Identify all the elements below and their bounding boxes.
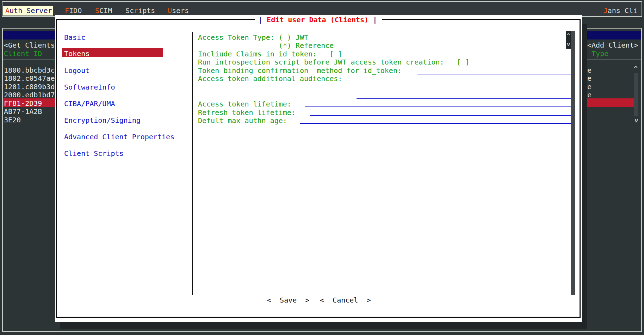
menu-item-auth-server[interactable]: Auth Server — [3, 6, 53, 16]
nav-form-divider — [192, 32, 193, 295]
nav-item-ciba-par-uma[interactable]: CIBA/PAR/UMA — [64, 99, 115, 108]
client-row[interactable]: 1201.c889b3d — [4, 83, 55, 91]
input-refresh-token-lifetime[interactable] — [310, 115, 571, 116]
menu-item-scripts[interactable]: Scripts — [125, 6, 155, 15]
clients-scrollbar-thumb[interactable] — [634, 73, 638, 116]
nav-item-basic[interactable]: Basic — [64, 33, 85, 42]
terminal-screen: { "topbar": { "items": [ { "pre": "", "a… — [0, 0, 644, 335]
scroll-up-icon[interactable]: ^ — [634, 64, 638, 73]
nav-item-logout[interactable]: Logout — [64, 66, 89, 75]
save-button[interactable]: < Save > — [267, 296, 309, 304]
nav-item-advanced-client-properties[interactable]: Advanced Client Properties — [64, 133, 174, 141]
scroll-down-icon[interactable]: v — [566, 40, 571, 49]
dialog-border-top-right — [382, 19, 581, 20]
menu-label: CIM — [99, 6, 112, 15]
label-access-token-additional-audiences: Access token additional audiences: — [198, 74, 342, 83]
top-menu-bar: Auth Server FIDO SCIM Scripts Users Jans… — [2, 1, 642, 17]
app-title-rest: ans Cli — [608, 6, 637, 15]
menu-accent-letter: r — [134, 6, 138, 15]
dialog-border-left — [56, 19, 57, 318]
dialog-title: | Edit user Data (Clients) | — [258, 16, 377, 24]
nav-item-client-scripts[interactable]: Client Scripts — [64, 149, 124, 158]
dialog-border-top-left — [57, 19, 255, 20]
add-client-button[interactable]: <Add Client> — [587, 41, 638, 49]
input-default-max-authn-age[interactable] — [300, 123, 571, 124]
menu-accent-letter: F — [65, 6, 69, 15]
client-id-column-header: Client ID — [4, 49, 42, 58]
nav-item-tokens[interactable]: Tokens — [64, 49, 89, 58]
menu-accent-letter: U — [168, 6, 172, 15]
label-token-binding-confirmation: Token binding confirmation method for id… — [198, 66, 402, 75]
radio-access-token-type-reference[interactable]: (*) Reference — [198, 41, 334, 50]
dialog-shadow-right — [582, 24, 587, 329]
form-scrollbar-thumb[interactable] — [571, 31, 575, 295]
title-pipe-left: | — [258, 16, 262, 24]
client-row[interactable]: 1802.c0547ae — [4, 74, 55, 83]
dialog-shadow-bottom — [60, 322, 587, 329]
client-row[interactable]: 1800.bbcbd3c — [4, 66, 55, 74]
menu-label: sers — [172, 6, 189, 15]
scroll-up-icon[interactable]: ^ — [566, 31, 571, 40]
client-row[interactable]: 2000.edb1bd7 — [4, 91, 55, 99]
menu-accent-letter: S — [95, 6, 99, 15]
app-title-jans-cli: Jans Cli — [603, 6, 637, 15]
client-row[interactable]: 3E20 — [4, 116, 21, 124]
input-access-token-additional-audiences[interactable] — [357, 98, 571, 99]
nav-item-encryption-signing[interactable]: Encryption/Signing — [64, 116, 141, 124]
form-scroll-arrows: ^ v — [566, 31, 571, 49]
menu-label: Sc — [125, 6, 134, 15]
checkbox-run-introspection-script[interactable]: Run introspection script before JWT acce… — [198, 58, 470, 66]
label-access-token-lifetime: Access token lifetime: — [198, 100, 291, 108]
radio-access-token-type-jwt[interactable]: Access Token Type: ( ) JWT — [198, 33, 308, 42]
scroll-down-icon[interactable]: v — [634, 116, 638, 124]
menu-item-scim[interactable]: SCIM — [95, 6, 112, 15]
get-clients-button[interactable]: <Get Clients — [4, 41, 55, 49]
menu-item-fido[interactable]: FIDO — [65, 6, 82, 15]
client-row[interactable]: AB77-1A2B — [4, 107, 42, 116]
nav-item-softwareinfo[interactable]: SoftwareInfo — [64, 83, 115, 91]
menu-label: uth Server — [10, 6, 52, 15]
input-access-token-lifetime[interactable] — [305, 106, 571, 107]
client-row-selected[interactable]: FF81-2D39 — [4, 99, 42, 108]
menu-label: IDO — [69, 6, 82, 15]
cancel-button[interactable]: < Cancel > — [320, 296, 371, 304]
checkbox-include-claims-id-token[interactable]: Incliude Claims in id_token: [ ] — [198, 50, 342, 58]
menu-accent-letter: A — [5, 6, 10, 15]
dialog-border-right — [580, 19, 581, 318]
menu-item-users[interactable]: Users — [168, 6, 189, 15]
dialog-title-text: Edit user Data (Clients) — [262, 16, 373, 24]
label-refresh-token-lifetime: Refresh token lifetime: — [198, 108, 296, 117]
title-pipe-right: | — [373, 16, 377, 24]
edit-client-dialog: | Edit user Data (Clients) | Basic Token… — [55, 15, 582, 322]
app-title-accent: J — [603, 6, 608, 15]
menu-label: ipts — [138, 6, 155, 15]
input-token-binding-confirmation[interactable] — [417, 74, 571, 74]
dialog-border-bottom — [56, 317, 581, 318]
label-default-max-authn-age: Defult max authn age: — [198, 116, 287, 125]
